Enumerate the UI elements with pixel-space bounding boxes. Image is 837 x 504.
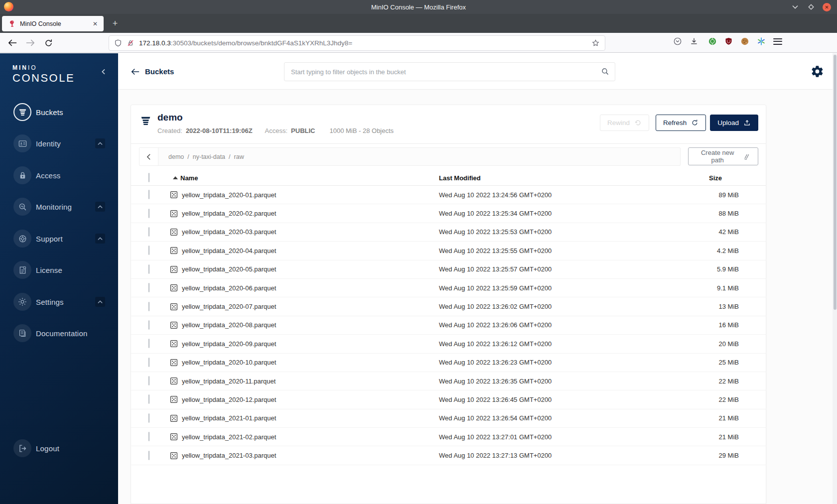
object-row[interactable]: yellow_tripdata_2020-03.parquet Wed Aug … <box>131 223 766 242</box>
object-row[interactable]: yellow_tripdata_2020-10.parquet Wed Aug … <box>131 354 766 372</box>
object-row[interactable]: yellow_tripdata_2020-07.parquet Wed Aug … <box>131 297 766 316</box>
row-checkbox[interactable] <box>148 264 149 274</box>
column-header-last-modified[interactable]: Last Modified <box>439 174 709 182</box>
object-name[interactable]: yellow_tripdata_2021-01.parquet <box>179 414 439 422</box>
upload-button[interactable]: Upload <box>710 115 758 131</box>
breadcrumb-segment[interactable]: demo <box>168 153 184 160</box>
object-row[interactable]: yellow_tripdata_2021-02.parquet Wed Aug … <box>131 428 766 446</box>
lock-insecure-icon[interactable] <box>127 39 135 47</box>
settings-gear-icon[interactable] <box>811 65 824 78</box>
object-row[interactable]: yellow_tripdata_2021-03.parquet Wed Aug … <box>131 446 766 465</box>
back-to-buckets[interactable]: Buckets <box>131 53 174 90</box>
green-extension-icon[interactable] <box>708 37 717 46</box>
create-new-path-button[interactable]: Create new path <box>688 147 758 165</box>
pocket-icon[interactable] <box>673 37 682 46</box>
sidebar-collapse-icon[interactable] <box>100 67 108 76</box>
tab-close-icon[interactable]: ✕ <box>91 19 100 28</box>
row-checkbox[interactable] <box>148 209 149 218</box>
browser-tab-minio-console[interactable]: MinIO Console ✕ <box>2 16 104 31</box>
object-row[interactable]: yellow_tripdata_2020-06.parquet Wed Aug … <box>131 279 766 297</box>
ublock-icon[interactable] <box>724 37 733 46</box>
object-row[interactable]: yellow_tripdata_2020-04.parquet Wed Aug … <box>131 242 766 260</box>
row-checkbox[interactable] <box>148 320 149 330</box>
column-header-name[interactable]: Name <box>170 174 439 182</box>
breadcrumb-back-icon[interactable] <box>140 148 158 165</box>
object-name[interactable]: yellow_tripdata_2020-06.parquet <box>179 284 439 292</box>
window-maximize-icon[interactable] <box>807 2 816 11</box>
object-name[interactable]: yellow_tripdata_2020-12.parquet <box>179 396 439 403</box>
object-name[interactable]: yellow_tripdata_2021-03.parquet <box>179 452 439 459</box>
sidebar-item-buckets[interactable]: Buckets <box>0 102 118 122</box>
chevron-up-icon[interactable] <box>95 297 105 307</box>
object-name[interactable]: yellow_tripdata_2020-07.parquet <box>179 303 439 310</box>
object-name[interactable]: yellow_tripdata_2020-03.parquet <box>179 228 439 236</box>
breadcrumb-segment[interactable]: raw <box>234 153 244 160</box>
window-minimize-icon[interactable] <box>791 2 800 11</box>
row-checkbox[interactable] <box>148 358 149 367</box>
select-all-checkbox[interactable] <box>148 173 149 182</box>
object-row[interactable]: yellow_tripdata_2021-01.parquet Wed Aug … <box>131 409 766 428</box>
search-input[interactable] <box>284 62 615 81</box>
object-row[interactable]: yellow_tripdata_2020-02.parquet Wed Aug … <box>131 204 766 223</box>
cookie-extension-icon[interactable] <box>740 37 749 46</box>
object-row[interactable]: yellow_tripdata_2020-08.parquet Wed Aug … <box>131 316 766 335</box>
row-checkbox[interactable] <box>148 246 149 255</box>
object-name[interactable]: yellow_tripdata_2021-02.parquet <box>179 433 439 441</box>
colorful-extension-icon[interactable] <box>757 37 766 46</box>
object-name[interactable]: yellow_tripdata_2020-08.parquet <box>179 321 439 329</box>
window-close-icon[interactable]: ✕ <box>823 3 831 11</box>
object-name[interactable]: yellow_tripdata_2020-02.parquet <box>179 210 439 217</box>
object-row[interactable]: yellow_tripdata_2020-11.parquet Wed Aug … <box>131 372 766 390</box>
access-label: Access: <box>265 127 288 134</box>
chevron-up-icon[interactable] <box>95 202 105 212</box>
bookmark-star-icon[interactable] <box>591 39 600 47</box>
sidebar-item-support[interactable]: Support <box>0 229 118 249</box>
sidebar-item-identity[interactable]: Identity <box>0 133 118 153</box>
row-checkbox[interactable] <box>148 227 149 237</box>
object-row[interactable]: yellow_tripdata_2020-05.parquet Wed Aug … <box>131 260 766 279</box>
chevron-up-icon[interactable] <box>95 234 105 244</box>
row-checkbox[interactable] <box>148 339 149 348</box>
menu-icon[interactable] <box>773 38 782 45</box>
chevron-up-icon[interactable] <box>95 138 105 148</box>
row-checkbox[interactable] <box>148 190 149 199</box>
search-icon <box>601 67 609 76</box>
url-bar[interactable]: 172.18.0.3:30503/buckets/demo/browse/bnk… <box>109 35 605 51</box>
download-icon[interactable] <box>690 37 698 46</box>
page-scrollbar[interactable] <box>833 53 837 504</box>
sidebar-item-settings[interactable]: Settings <box>0 292 118 312</box>
sidebar-item-documentation[interactable]: Documentation <box>0 323 118 343</box>
row-checkbox[interactable] <box>148 451 149 460</box>
sidebar-item-logout[interactable]: Logout <box>0 438 118 458</box>
object-name[interactable]: yellow_tripdata_2020-01.parquet <box>179 191 439 199</box>
column-header-size[interactable]: Size <box>709 174 766 182</box>
object-row[interactable]: yellow_tripdata_2020-01.parquet Wed Aug … <box>131 186 766 204</box>
rewind-button[interactable]: Rewind <box>600 115 649 131</box>
scrollbar-thumb[interactable] <box>834 55 837 310</box>
object-name[interactable]: yellow_tripdata_2020-05.parquet <box>179 265 439 273</box>
object-name[interactable]: yellow_tripdata_2020-09.parquet <box>179 340 439 348</box>
row-checkbox[interactable] <box>148 432 149 441</box>
row-checkbox[interactable] <box>148 394 149 404</box>
reload-icon[interactable] <box>43 37 54 48</box>
object-row[interactable]: yellow_tripdata_2020-12.parquet Wed Aug … <box>131 390 766 409</box>
object-name[interactable]: yellow_tripdata_2020-11.parquet <box>179 378 439 385</box>
object-name[interactable]: yellow_tripdata_2020-04.parquet <box>179 247 439 254</box>
sidebar-item-access[interactable]: Access <box>0 165 118 185</box>
url-text[interactable]: 172.18.0.3:30503/buckets/demo/browse/bnk… <box>139 39 591 47</box>
object-row[interactable]: yellow_tripdata_2020-09.parquet Wed Aug … <box>131 335 766 353</box>
object-name[interactable]: yellow_tripdata_2020-10.parquet <box>179 359 439 366</box>
row-checkbox[interactable] <box>148 376 149 385</box>
back-icon[interactable] <box>7 37 18 48</box>
breadcrumb-segment[interactable]: ny-taxi-data <box>193 153 225 160</box>
row-checkbox[interactable] <box>148 302 149 311</box>
sidebar-item-license[interactable]: License <box>0 260 118 280</box>
refresh-button[interactable]: Refresh <box>656 115 706 131</box>
forward-icon[interactable] <box>25 37 36 48</box>
object-size: 9.1 MiB <box>709 284 766 292</box>
shield-icon[interactable] <box>114 39 122 47</box>
row-checkbox[interactable] <box>148 283 149 292</box>
new-tab-button[interactable]: + <box>109 17 122 30</box>
sidebar-item-monitoring[interactable]: Monitoring <box>0 197 118 217</box>
row-checkbox[interactable] <box>148 413 149 423</box>
